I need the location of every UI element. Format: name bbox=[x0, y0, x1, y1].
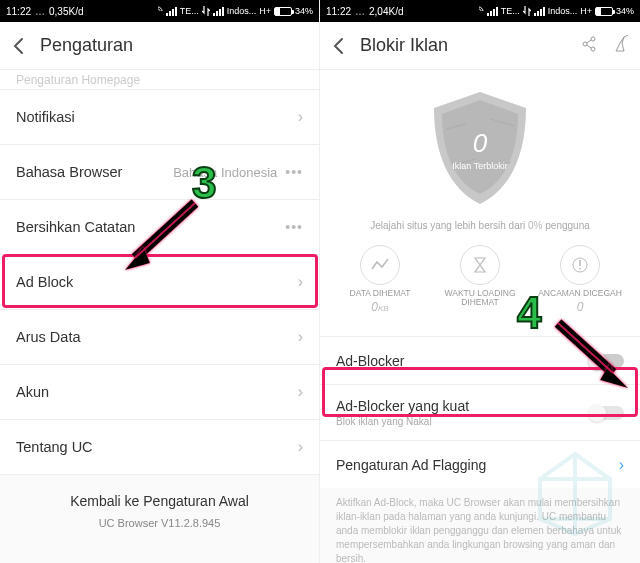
share-icon[interactable] bbox=[580, 35, 598, 57]
screenshot-settings: 11:22 … 0,35K/d TE... Indos... H+ 34% Pe… bbox=[0, 0, 320, 563]
blocked-count: 0 bbox=[416, 128, 544, 159]
chevron-right-icon: › bbox=[298, 108, 303, 126]
battery-icon bbox=[274, 7, 292, 16]
switch-icon[interactable] bbox=[590, 406, 624, 420]
settings-row-notif[interactable]: Notifikasi› bbox=[0, 90, 319, 145]
stat-threats: ANCAMAN DICEGAH 0 bbox=[535, 245, 625, 314]
annotation-arrow-4 bbox=[548, 318, 638, 398]
shield-icon: 0 Iklan Terblokir bbox=[416, 84, 544, 212]
svg-point-2 bbox=[591, 47, 595, 51]
reset-settings-button[interactable]: Kembali ke Pengaturan Awal bbox=[0, 475, 319, 517]
status-bar: 11:22 … 2,04K/d TE... Indos... H+ 34% bbox=[320, 0, 640, 22]
page-title: Pengaturan bbox=[40, 35, 309, 56]
chevron-right-icon: › bbox=[298, 438, 303, 456]
broom-icon[interactable] bbox=[612, 35, 630, 57]
stat-time-saved: WAKTU LOADING DIHEMAT bbox=[435, 245, 525, 314]
annotation-arrow-3 bbox=[115, 198, 205, 278]
chevron-right-icon: › bbox=[298, 273, 303, 291]
chevron-right-icon: › bbox=[298, 383, 303, 401]
back-icon[interactable] bbox=[330, 37, 348, 55]
settings-row-language[interactable]: Bahasa BrowserBahasa Indonesia••• bbox=[0, 145, 319, 200]
more-icon: ••• bbox=[285, 164, 303, 180]
status-bar: 11:22 … 0,35K/d TE... Indos... H+ 34% bbox=[0, 0, 319, 22]
explore-text: Jelajahi situs yang lebih bersih dari 0%… bbox=[320, 220, 640, 231]
back-icon[interactable] bbox=[10, 37, 28, 55]
stat-data-saved: DATA DIHEMAT 0KB bbox=[335, 245, 425, 314]
chevron-right-icon: › bbox=[298, 328, 303, 346]
settings-row-account[interactable]: Akun› bbox=[0, 365, 319, 420]
page-title: Blokir Iklan bbox=[360, 35, 580, 56]
more-icon: ••• bbox=[285, 219, 303, 235]
status-time: 11:22 bbox=[6, 6, 31, 17]
watermark-icon bbox=[530, 449, 620, 543]
settings-row-about[interactable]: Tentang UC› bbox=[0, 420, 319, 475]
annotation-number-4: 4 bbox=[517, 288, 541, 338]
settings-row-homepage[interactable]: Pengaturan Homepage bbox=[0, 70, 319, 90]
status-speed: 0,35K/d bbox=[49, 6, 83, 17]
signal-icon bbox=[166, 7, 177, 16]
app-header: Blokir Iklan bbox=[320, 22, 640, 70]
svg-point-0 bbox=[583, 42, 587, 46]
annotation-number-3: 3 bbox=[192, 158, 216, 208]
settings-row-data[interactable]: Arus Data› bbox=[0, 310, 319, 365]
blocked-label: Iklan Terblokir bbox=[416, 161, 544, 171]
version-label: UC Browser V11.2.8.945 bbox=[0, 517, 319, 539]
svg-point-1 bbox=[591, 37, 595, 41]
app-header: Pengaturan bbox=[0, 22, 319, 70]
